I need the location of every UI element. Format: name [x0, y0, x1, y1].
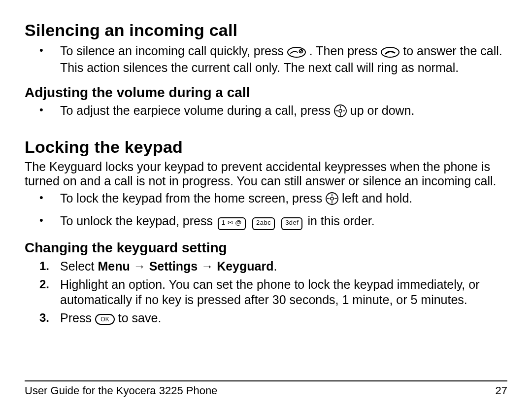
heading-silencing: Silencing an incoming call: [25, 21, 507, 40]
text: left and hold.: [342, 191, 412, 205]
nav-key-icon: [334, 104, 347, 120]
list-volume: To adjust the earpiece volume during a c…: [25, 103, 507, 120]
list-silencing: To silence an incoming call quickly, pre…: [25, 44, 507, 75]
page: Silencing an incoming call To silence an…: [0, 0, 532, 411]
heading-locking: Locking the keypad: [25, 137, 507, 157]
step: Select Menu → Settings → Keyguard.: [25, 259, 507, 274]
heading-volume: Adjusting the volume during a call: [25, 85, 507, 101]
text: Press: [60, 311, 95, 325]
heading-keyguard-setting: Changing the keyguard setting: [25, 240, 507, 256]
text: To unlock the keypad, press: [60, 214, 216, 228]
key-2-icon: 2abc: [252, 217, 275, 230]
footer-title: User Guide for the Kyocera 3225 Phone: [25, 384, 217, 397]
nav-key-icon: [326, 192, 338, 208]
text: . Then press: [309, 44, 381, 58]
send-key-icon: [381, 46, 399, 61]
list-locking: To lock the keypad from the home screen,…: [25, 191, 507, 230]
key-3-icon: 3def: [281, 217, 302, 230]
paragraph: The Keyguard locks your keypad to preven…: [25, 160, 507, 188]
page-footer: User Guide for the Kyocera 3225 Phone 27: [25, 380, 507, 397]
text: .: [273, 259, 277, 273]
text: Select: [60, 259, 98, 273]
page-number: 27: [496, 384, 507, 397]
svg-point-11: [331, 197, 333, 200]
key-1-icon: 1 ✉ @: [218, 217, 246, 230]
step: Highlight an option. You can set the pho…: [25, 277, 507, 308]
list-item: To lock the keypad from the home screen,…: [25, 191, 507, 208]
text: To adjust the earpiece volume during a c…: [60, 103, 334, 117]
text: in this order.: [307, 214, 374, 228]
list-item: To adjust the earpiece volume during a c…: [25, 103, 507, 120]
list-item: To unlock the keypad, press 1 ✉ @ 2abc 3…: [25, 214, 507, 230]
text: to save.: [118, 311, 162, 325]
text: To silence an incoming call quickly, pre…: [60, 44, 287, 58]
step: Press OK to save.: [25, 310, 507, 328]
arrow-icon: →: [198, 259, 217, 273]
text: up or down.: [350, 103, 415, 117]
svg-text:OK: OK: [100, 316, 109, 323]
settings-label: Settings: [149, 259, 198, 273]
svg-point-5: [339, 109, 342, 112]
end-call-key-icon: [287, 46, 306, 61]
list-item: To silence an incoming call quickly, pre…: [25, 44, 507, 75]
steps-keyguard: Select Menu → Settings → Keyguard. Highl…: [25, 259, 507, 329]
ok-key-icon: OK: [95, 313, 115, 328]
menu-label: Menu: [98, 259, 130, 273]
keyguard-label: Keyguard: [217, 259, 273, 273]
arrow-icon: →: [130, 259, 149, 273]
text: To lock the keypad from the home screen,…: [60, 191, 326, 205]
